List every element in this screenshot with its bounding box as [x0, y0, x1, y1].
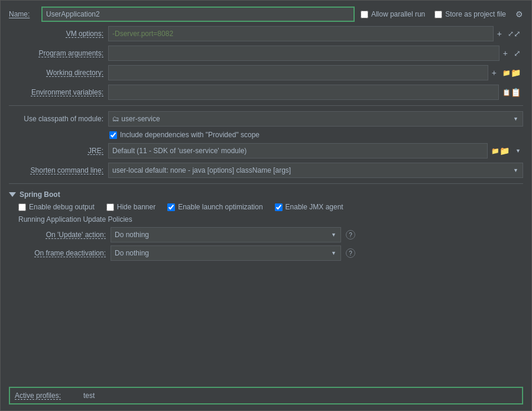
- hide-banner-label[interactable]: Hide banner: [106, 203, 155, 211]
- jre-label: JRE:: [9, 147, 103, 155]
- vm-options-input[interactable]: [108, 26, 494, 41]
- include-deps-row: Include dependencies with "Provided" sco…: [9, 131, 523, 139]
- spring-boot-title: Spring Boot: [20, 190, 60, 199]
- shorten-cmd-label: Shorten command line:: [9, 166, 103, 174]
- environment-variables-field-group: 📋: [108, 85, 523, 100]
- working-directory-label: Working directory:: [9, 69, 103, 77]
- divider-2: [9, 183, 523, 184]
- working-directory-input[interactable]: [108, 65, 488, 80]
- store-project-label[interactable]: Store as project file: [434, 10, 506, 18]
- frame-deactivation-row: On frame deactivation: Do nothing Update…: [18, 245, 523, 261]
- program-arguments-add-btn[interactable]: +: [501, 47, 510, 59]
- update-action-row: On 'Update' action: Do nothing Update re…: [18, 227, 523, 242]
- enable-launch-label[interactable]: Enable launch optimization: [167, 203, 262, 211]
- enable-jmx-checkbox[interactable]: [275, 203, 283, 211]
- vm-options-expand-btn[interactable]: ⤢: [505, 28, 523, 40]
- vm-options-add-btn[interactable]: +: [495, 28, 504, 40]
- update-action-label: On 'Update' action:: [23, 231, 106, 239]
- active-profiles-label: Active profiles:: [15, 391, 80, 400]
- divider-1: [9, 105, 523, 106]
- enable-debug-checkbox[interactable]: [18, 203, 26, 211]
- hide-banner-checkbox[interactable]: [106, 203, 114, 211]
- working-directory-folder-btn[interactable]: 📁: [500, 67, 523, 79]
- vm-options-field-group: + ⤢: [108, 26, 523, 41]
- store-project-checkbox[interactable]: [434, 11, 442, 18]
- working-directory-field-group: + 📁: [108, 65, 523, 80]
- enable-debug-label[interactable]: Enable debug output: [18, 203, 95, 211]
- environment-variables-row: Environment variables: 📋: [9, 85, 523, 100]
- shorten-cmd-row: Shorten command line: user-local default…: [9, 163, 523, 178]
- update-action-select[interactable]: Do nothing Update resources Update class…: [111, 227, 341, 242]
- classpath-module-label: Use classpath of module:: [9, 115, 103, 123]
- enable-launch-checkbox[interactable]: [167, 203, 175, 211]
- frame-deactivation-select-wrapper: Do nothing Update resources Update class…: [111, 245, 341, 261]
- classpath-module-select[interactable]: 🗂 user-service: [108, 111, 523, 127]
- jre-select-wrapper: Default (11 - SDK of 'user-service' modu…: [108, 143, 523, 158]
- spring-boot-collapse-icon[interactable]: [9, 192, 16, 197]
- name-label: Name:: [9, 10, 35, 18]
- jre-expand-btn[interactable]: ▼: [513, 147, 523, 155]
- shorten-cmd-select-wrapper: user-local default: none - java [options…: [108, 163, 523, 178]
- spring-boot-options-row: Enable debug output Hide banner Enable l…: [9, 203, 523, 211]
- working-directory-add-btn[interactable]: +: [489, 67, 499, 79]
- include-deps-label[interactable]: Include dependencies with "Provided" sco…: [109, 131, 259, 139]
- running-app-section: Running Application Update Policies On '…: [9, 215, 523, 264]
- classpath-module-select-wrapper: 🗂 user-service: [108, 111, 523, 127]
- frame-deactivation-select[interactable]: Do nothing Update resources Update class…: [111, 245, 341, 261]
- program-arguments-row: Program arguments: + ⤢: [9, 46, 523, 61]
- program-arguments-expand-btn[interactable]: ⤢: [511, 47, 523, 59]
- name-input[interactable]: [41, 7, 355, 22]
- update-action-select-wrapper: Do nothing Update resources Update class…: [111, 227, 341, 242]
- include-deps-checkbox[interactable]: [109, 131, 117, 139]
- environment-variables-clipboard-btn[interactable]: 📋: [500, 86, 523, 98]
- frame-deactivation-label: On frame deactivation:: [23, 249, 106, 257]
- working-directory-row: Working directory: + 📁: [9, 65, 523, 80]
- name-row: Name: Allow parallel run Store as projec…: [9, 7, 523, 22]
- gear-icon[interactable]: ⚙: [515, 9, 523, 19]
- jre-row: JRE: Default (11 - SDK of 'user-service'…: [9, 143, 523, 158]
- vm-options-label: VM options:: [9, 30, 103, 38]
- environment-variables-input[interactable]: [108, 85, 499, 100]
- program-arguments-field-group: + ⤢: [108, 46, 523, 61]
- shorten-cmd-select[interactable]: user-local default: none - java [options…: [108, 163, 523, 178]
- running-app-title: Running Application Update Policies: [18, 215, 523, 224]
- jre-select[interactable]: Default (11 - SDK of 'user-service' modu…: [108, 143, 488, 158]
- frame-deactivation-help-icon[interactable]: ?: [346, 248, 355, 258]
- program-arguments-input[interactable]: [108, 46, 499, 61]
- update-action-help-icon[interactable]: ?: [346, 230, 355, 240]
- vm-options-row: VM options: + ⤢: [9, 26, 523, 41]
- name-right-options: Allow parallel run Store as project file…: [361, 9, 523, 19]
- active-profiles-row: Active profiles:: [9, 387, 523, 404]
- enable-jmx-label[interactable]: Enable JMX agent: [275, 203, 343, 211]
- environment-variables-label: Environment variables:: [9, 88, 103, 96]
- allow-parallel-checkbox[interactable]: [361, 11, 368, 18]
- jre-folder-btn[interactable]: 📁: [489, 145, 512, 157]
- spring-boot-header: Spring Boot: [9, 190, 523, 199]
- program-arguments-label: Program arguments:: [9, 49, 103, 57]
- allow-parallel-label[interactable]: Allow parallel run: [361, 10, 425, 18]
- classpath-module-row: Use classpath of module: 🗂 user-service: [9, 111, 523, 127]
- active-profiles-input[interactable]: [80, 390, 517, 401]
- run-config-dialog: Name: Allow parallel run Store as projec…: [0, 0, 532, 411]
